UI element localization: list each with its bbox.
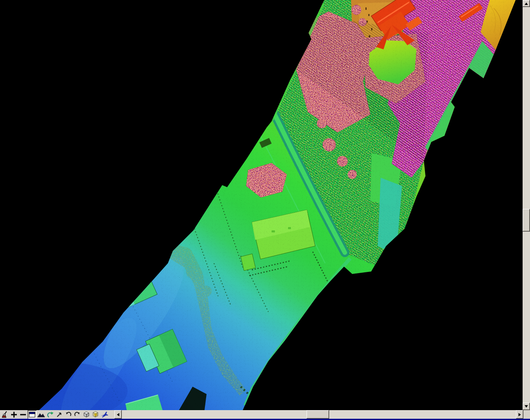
horizontal-scrollbar-thumb[interactable] (307, 410, 329, 419)
terrain-button[interactable] (37, 410, 46, 419)
toolbar (0, 410, 109, 419)
window-icon (28, 411, 36, 419)
airplane-icon (100, 411, 109, 419)
left-arrow-icon (115, 413, 119, 416)
undo-arrow-icon (64, 411, 72, 419)
cube-icon (82, 411, 91, 419)
scroll-up-button[interactable] (523, 0, 530, 7)
vertical-scrollbar[interactable] (523, 0, 530, 410)
settings-3d-button[interactable] (91, 410, 100, 419)
down-arrow-icon (525, 405, 528, 409)
plus-icon (10, 411, 18, 419)
horizontal-scrollbar-track[interactable] (122, 410, 516, 419)
up-arrow-icon (525, 1, 528, 5)
view-3d-button[interactable] (82, 410, 91, 419)
paint-brush-icon (1, 411, 9, 419)
horizontal-scrollbar[interactable] (114, 410, 523, 419)
scroll-right-button[interactable] (516, 410, 523, 419)
scroll-left-button[interactable] (114, 410, 122, 419)
mountains-icon (37, 411, 45, 419)
point-cloud-canvas[interactable] (0, 0, 523, 410)
flightline-button[interactable] (100, 410, 109, 419)
rotate-view-button[interactable] (46, 410, 55, 419)
undo-button[interactable] (64, 410, 73, 419)
window-view-button[interactable] (28, 410, 37, 419)
scroll-down-button[interactable] (523, 403, 530, 410)
redo-arrow-icon (73, 411, 81, 419)
right-arrow-icon (518, 413, 523, 416)
rotate-arrow-icon (46, 411, 54, 419)
scrollbar-corner (523, 410, 530, 419)
point-cloud-viewport[interactable] (0, 0, 523, 410)
redo-button[interactable] (73, 410, 82, 419)
lidar-viewer-window (0, 0, 530, 420)
diagonal-arrow-icon (55, 411, 63, 419)
vertical-scrollbar-thumb[interactable] (523, 209, 530, 232)
cube-bolt-icon (91, 411, 100, 419)
minus-icon (19, 411, 27, 419)
pan-button[interactable] (55, 410, 64, 419)
zoom-out-button[interactable] (19, 410, 28, 419)
bottom-bar (0, 410, 530, 420)
paint-button[interactable] (0, 410, 9, 419)
zoom-in-button[interactable] (9, 410, 19, 419)
